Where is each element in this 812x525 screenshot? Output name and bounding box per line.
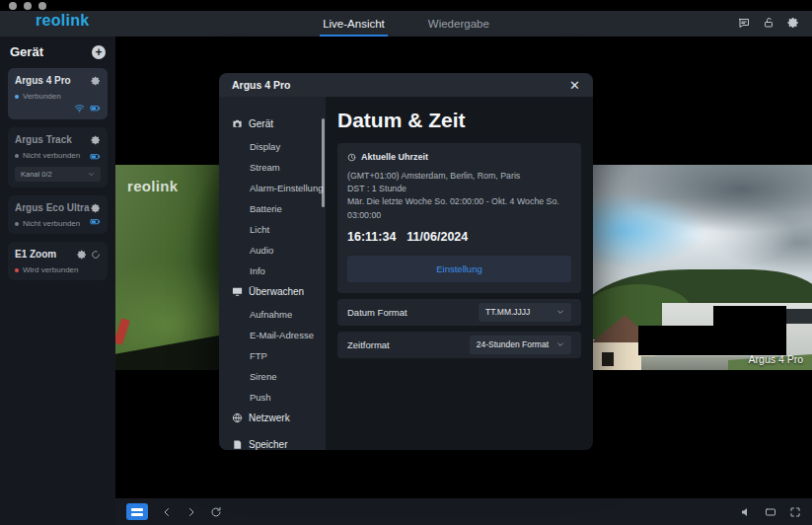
device-status: Nicht verbunden xyxy=(23,151,80,160)
dialog-nav: Gerät Display Stream Alarm-Einstellung B… xyxy=(219,97,326,450)
current-time-value: 16:11:34 xyxy=(347,230,396,244)
nav-section-netzwerk[interactable]: Netzwerk xyxy=(232,412,326,423)
device-name: E1 Zoom xyxy=(15,249,56,260)
scene-detail xyxy=(115,318,130,345)
monitor-icon xyxy=(232,286,243,297)
fullscreen-icon[interactable] xyxy=(789,506,801,518)
device-card-argus-4-pro[interactable]: Argus 4 Pro Verbunden xyxy=(8,68,108,119)
single-view-icon[interactable] xyxy=(126,503,148,520)
battery-icon xyxy=(90,151,101,162)
spinner-icon xyxy=(91,250,101,260)
dialog-header: Argus 4 Pro ✕ xyxy=(219,73,593,97)
video-scene-sky: Argus 4 Pro xyxy=(592,165,812,370)
video-watermark: reolink xyxy=(127,178,178,194)
status-dot xyxy=(15,154,19,158)
window-titlebar xyxy=(0,0,812,11)
privacy-mask xyxy=(713,306,786,355)
device-card-e1-zoom[interactable]: E1 Zoom Wird verbunden xyxy=(8,242,108,280)
privacy-mask xyxy=(638,326,713,355)
device-status: Verbunden xyxy=(23,92,61,101)
screen-icon[interactable] xyxy=(765,506,776,518)
window-minimize-button[interactable] xyxy=(24,2,32,10)
channel-label: Kanal 0/2 xyxy=(21,170,52,179)
channel-selector[interactable]: Kanal 0/2 xyxy=(15,167,101,182)
nav-section-ueberwachen[interactable]: Überwachen xyxy=(232,286,326,297)
chevron-down-icon xyxy=(556,340,564,348)
chevron-down-icon xyxy=(556,308,564,316)
dst-schedule-text: Mär. Die letzte Woche So. 02:00:00 - Okt… xyxy=(347,195,571,221)
settings-icon[interactable] xyxy=(787,17,799,29)
window-zoom-button[interactable] xyxy=(38,2,46,10)
device-status: Wird verbunden xyxy=(23,265,78,274)
nav-item-display[interactable]: Display xyxy=(250,141,326,152)
device-settings-icon[interactable] xyxy=(91,135,101,145)
globe-icon xyxy=(232,412,243,423)
next-icon[interactable] xyxy=(185,506,197,518)
sidebar-title: Gerät xyxy=(10,44,43,59)
device-settings-icon[interactable] xyxy=(91,203,101,213)
wifi-icon xyxy=(74,103,85,113)
unlock-icon[interactable] xyxy=(763,17,775,29)
device-settings-icon[interactable] xyxy=(91,76,101,86)
device-card-argus-track[interactable]: Argus Track Nicht verbunden Kanal 0/2 xyxy=(8,127,108,188)
nav-item-sirene[interactable]: Sirene xyxy=(250,371,326,382)
nav-item-ftp[interactable]: FTP xyxy=(250,350,326,361)
page-title: Datum & Zeit xyxy=(337,109,581,132)
clock-icon xyxy=(347,153,356,162)
reolink-logo: reolink xyxy=(36,12,90,30)
dialog-title: Argus 4 Pro xyxy=(232,79,291,91)
feedback-icon[interactable] xyxy=(738,17,750,29)
date-format-label: Datum Format xyxy=(347,307,407,318)
playback-toolbar xyxy=(115,498,812,525)
device-name: Argus Track xyxy=(15,134,72,145)
time-format-label: Zeitformat xyxy=(347,339,390,350)
app-header: reolink Live-Ansicht Wiedergabe xyxy=(0,11,812,37)
time-format-select[interactable]: 24-Stunden Format xyxy=(470,336,571,354)
nav-section-speicher[interactable]: Speicher xyxy=(232,439,326,450)
dst-text: DST : 1 Stunde xyxy=(347,183,571,195)
nav-scrollbar[interactable] xyxy=(322,118,325,207)
add-device-button[interactable]: + xyxy=(92,45,106,59)
timezone-text: (GMT+01:00) Amsterdam, Berlin, Rom, Pari… xyxy=(347,170,571,183)
device-settings-icon[interactable] xyxy=(77,250,87,260)
nav-item-info[interactable]: Info xyxy=(250,265,326,276)
nav-item-licht[interactable]: Licht xyxy=(250,224,326,235)
nav-section-geraet[interactable]: Gerät xyxy=(232,118,326,129)
camera-icon xyxy=(232,118,243,129)
device-card-argus-eco-ultra[interactable]: Argus Eco Ultra Nicht verbunden xyxy=(8,195,108,234)
current-time-card: Aktuelle Uhrzeit (GMT+01:00) Amsterdam, … xyxy=(337,143,581,293)
speaker-icon[interactable] xyxy=(740,506,752,518)
storage-icon xyxy=(232,439,243,450)
prev-icon[interactable] xyxy=(161,506,173,518)
device-status: Nicht verbunden xyxy=(23,219,80,228)
settings-dialog: Argus 4 Pro ✕ Gerät Display Stream Alarm… xyxy=(219,73,593,450)
date-format-row: Datum Format TT.MM.JJJJ xyxy=(337,299,581,326)
date-format-select[interactable]: TT.MM.JJJJ xyxy=(479,303,571,322)
time-settings-button[interactable]: Einstellung xyxy=(347,256,571,282)
current-date-value: 11/06/2024 xyxy=(406,230,468,244)
nav-item-stream[interactable]: Stream xyxy=(250,162,326,173)
window-close-button[interactable] xyxy=(9,2,17,10)
nav-item-push[interactable]: Push xyxy=(250,392,326,403)
nav-item-alarm[interactable]: Alarm-Einstellung xyxy=(250,183,326,193)
nav-item-audio[interactable]: Audio xyxy=(250,245,326,256)
status-dot xyxy=(15,222,19,226)
chevron-down-icon xyxy=(88,171,95,178)
device-sidebar: Gerät + Argus 4 Pro Verbunden Argus Trac… xyxy=(0,37,115,525)
time-format-row: Zeitformat 24-Stunden Format xyxy=(337,332,581,358)
device-name: Argus Eco Ultra xyxy=(15,202,90,213)
refresh-icon[interactable] xyxy=(210,506,222,518)
current-time-label: Aktuelle Uhrzeit xyxy=(361,152,428,162)
main-tabs: Live-Ansicht Wiedergabe xyxy=(320,11,492,37)
camera-name-label: Argus 4 Pro xyxy=(749,353,803,365)
device-name: Argus 4 Pro xyxy=(15,75,71,86)
nav-item-batterie[interactable]: Batterie xyxy=(250,203,326,214)
tab-playback[interactable]: Wiedergabe xyxy=(425,18,492,37)
nav-item-aufnahme[interactable]: Aufnahme xyxy=(250,309,326,320)
battery-icon xyxy=(90,216,101,227)
nav-item-email[interactable]: E-Mail-Adresse xyxy=(250,330,326,340)
status-dot xyxy=(15,95,19,99)
tab-live-view[interactable]: Live-Ansicht xyxy=(320,18,388,37)
battery-icon xyxy=(90,103,101,113)
close-icon[interactable]: ✕ xyxy=(569,79,580,92)
